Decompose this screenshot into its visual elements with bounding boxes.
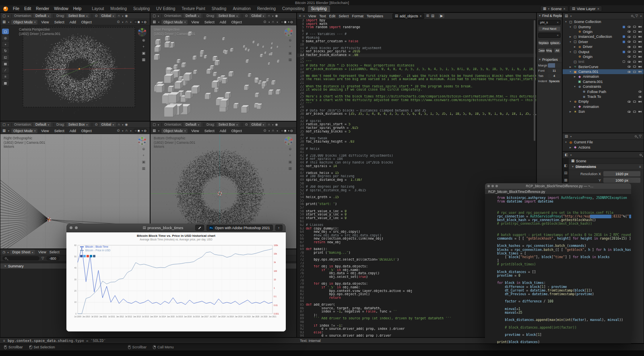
- code-line[interactable]: # print(block_times): [497, 263, 631, 266]
- pivot-point-icon[interactable]: ⊙: [95, 14, 97, 18]
- expander-arrow[interactable]: ▶: [573, 75, 576, 78]
- drag-action-dropdown[interactable]: Select Box▾: [66, 122, 90, 127]
- rotate-tool[interactable]: ↻: [2, 48, 9, 54]
- code-line[interactable]: 15""": [297, 60, 536, 64]
- code-line[interactable]: 46: [297, 168, 536, 172]
- viewport-menu-object[interactable]: Object: [230, 20, 244, 24]
- camera-render-toggle-icon[interactable]: [638, 46, 642, 48]
- expander-arrow[interactable]: ▼: [569, 26, 572, 28]
- outliner-item-camera-001[interactable]: ▣Camera.001: [563, 79, 644, 84]
- editor-type-icon[interactable]: ▤: [565, 14, 568, 18]
- code-line[interactable]: print(block_distances): [497, 340, 631, 344]
- code-line[interactable]: block_times = [: [497, 252, 631, 255]
- active-tool-icon[interactable]: ▢: [153, 123, 156, 126]
- checkbox-toggle-icon[interactable]: [623, 26, 625, 28]
- code-line[interactable]: minval=1: [497, 307, 631, 311]
- material-preview-icon[interactable]: ◑: [287, 129, 289, 132]
- active-tool-icon[interactable]: ▢: [153, 14, 156, 18]
- code-line[interactable]: blocks = rpc_connection.batch_([ [ "getb…: [497, 248, 631, 252]
- shading-mode-switch[interactable]: ○●◑◍: [133, 128, 148, 133]
- outliner-item-sun[interactable]: ▶☀Sun: [563, 109, 644, 114]
- eye-toggle-icon[interactable]: [627, 56, 631, 58]
- screen-toggle-icon[interactable]: [633, 31, 636, 33]
- eye-toggle-icon[interactable]: [638, 91, 642, 93]
- outliner-item-current-file[interactable]: ▼◍Current File: [563, 140, 644, 145]
- view-layer-properties-tab[interactable]: ▦: [564, 178, 568, 182]
- text-properties-panel-header[interactable]: ▼Properties: [537, 57, 562, 62]
- cursor-tool[interactable]: ◎: [2, 35, 9, 41]
- code-line[interactable]: [497, 296, 631, 300]
- code-line[interactable]: [497, 277, 631, 281]
- unlink-view-layer-icon[interactable]: ×: [597, 7, 599, 11]
- code-line[interactable]: 22When the distance is greated than radi…: [297, 85, 536, 89]
- code-line[interactable]: 36: [297, 133, 536, 137]
- wireframe-shading-icon[interactable]: ○: [281, 129, 283, 132]
- outliner-item-dummy[interactable]: ▼▢Dummy: [563, 24, 644, 29]
- code-line[interactable]: 26Here's a chart with the difficulty adj…: [297, 99, 536, 102]
- code-line[interactable]: 17arr_block_distances = [12310065, 4631,…: [297, 68, 536, 71]
- code-line[interactable]: [497, 315, 631, 318]
- camera-render-toggle-icon[interactable]: [638, 71, 642, 73]
- transform-orientation-dropdown[interactable]: Default▾: [184, 122, 201, 127]
- rendered-shading-icon[interactable]: ◍: [290, 21, 293, 24]
- quicklook-titlebar[interactable]: ▤ process_block_times Ps Open with Adobe…: [66, 224, 286, 232]
- pan-icon[interactable]: +: [142, 154, 144, 157]
- checkbox-toggle-icon[interactable]: [623, 35, 625, 38]
- find-input[interactable]: phi_s×: [538, 20, 561, 25]
- text-menu-format[interactable]: Format: [350, 14, 365, 18]
- topbar-menu-edit[interactable]: Edit: [22, 6, 33, 11]
- viewport-menu-object[interactable]: Object: [230, 129, 244, 133]
- editor-type-icon[interactable]: ◧: [565, 153, 568, 157]
- blender-logo[interactable]: [3, 6, 8, 11]
- rendered-shading-icon[interactable]: ◍: [144, 129, 147, 132]
- code-line[interactable]: [ block["height"], block["time"] ] for b…: [497, 255, 631, 259]
- code-line[interactable]: 14: [297, 57, 536, 61]
- screen-toggle-icon[interactable]: [633, 26, 636, 28]
- solid-shading-icon[interactable]: ●: [137, 129, 140, 132]
- frame-value-field[interactable]: -800: [46, 256, 60, 261]
- outliner-item-test[interactable]: ▢test: [563, 59, 644, 64]
- topbar-menu-window[interactable]: Window: [52, 6, 71, 11]
- code-line[interactable]: prevtime = 0: [497, 274, 631, 277]
- code-line[interactable]: difference = block[1] - prevtime: [497, 285, 631, 289]
- code-line[interactable]: 33radius_spiral_start = 5: [297, 123, 536, 126]
- eye-toggle-icon[interactable]: [627, 46, 631, 48]
- code-line[interactable]: 6: [297, 29, 536, 33]
- eye-toggle-icon[interactable]: [627, 66, 631, 68]
- open-text-icon[interactable]: ▤: [431, 14, 434, 18]
- dope-sheet-mode-dropdown[interactable]: Dope Sheet▾: [10, 250, 35, 255]
- interaction-mode-dropdown[interactable]: Object Mode▾: [161, 20, 188, 25]
- viewport-menu-select[interactable]: Select: [203, 20, 216, 24]
- share-button[interactable]: ↑: [275, 225, 283, 231]
- code-line[interactable]: dt_Previous = datetime.fromtimestamp(pre…: [497, 292, 631, 296]
- code-line[interactable]: 32# spiral: [297, 120, 536, 123]
- workspace-tab-rendering[interactable]: Rendering: [254, 6, 279, 12]
- pan-icon[interactable]: +: [289, 154, 291, 157]
- code-line[interactable]: 39: [297, 144, 536, 147]
- outliner-item-animation[interactable]: ▶◆Animation: [563, 74, 644, 79]
- panel-menu-icon[interactable]: ≡: [639, 165, 641, 169]
- replace-input[interactable]: ×: [538, 33, 561, 38]
- find-toggle-wrap[interactable]: Wrap: [546, 48, 553, 53]
- outliner-item-animation[interactable]: ▶◆Animation: [563, 104, 644, 109]
- code-line[interactable]: [497, 329, 631, 333]
- search-icon[interactable]: [631, 15, 633, 17]
- expander-arrow[interactable]: ▶: [569, 35, 572, 38]
- active-tool-icon[interactable]: ▢: [2, 14, 6, 18]
- code-line[interactable]: prevtime = block[1]: [497, 333, 631, 337]
- perspective-toggle-icon[interactable]: ▦: [142, 58, 145, 62]
- rendered-shading-icon[interactable]: ◍: [290, 129, 293, 132]
- viewport-canvas[interactable]: [0, 25, 150, 121]
- eye-toggle-icon[interactable]: [627, 51, 631, 53]
- snapping-dropdown-icon[interactable]: ∩: [125, 20, 128, 24]
- screen-toggle-icon[interactable]: [633, 61, 636, 63]
- zoom-icon[interactable]: ⊕: [289, 39, 292, 42]
- workspace-tab-layout[interactable]: Layout: [89, 6, 107, 12]
- minimize-button[interactable]: [491, 185, 494, 187]
- code-line[interactable]: 48# 180 degrees per halivng: [297, 175, 536, 178]
- find-toggle-case[interactable]: Case: [538, 48, 545, 53]
- viewport-menu-add[interactable]: Add: [218, 129, 228, 133]
- expander-arrow[interactable]: ▼: [569, 51, 572, 53]
- solid-shading-icon[interactable]: ●: [284, 21, 287, 24]
- screen-toggle-icon[interactable]: [633, 41, 636, 43]
